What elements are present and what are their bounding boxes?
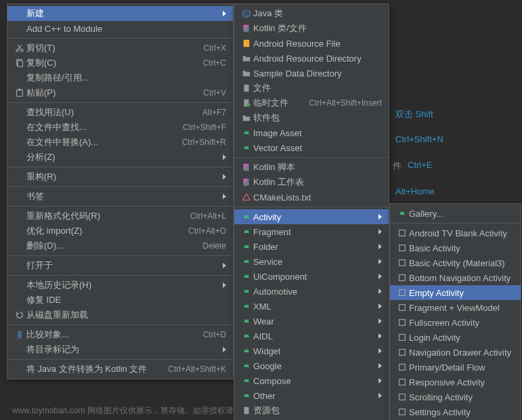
blank-icon [13,107,26,118]
menu3-item[interactable]: Scrolling Activity [390,390,521,404]
activity-icon [395,228,409,238]
menu3-item[interactable]: Basic Activity [390,240,521,255]
menu1-item[interactable]: Add C++ to Module [7,21,233,36]
menu1-item[interactable]: 重新格式化代码(R)Ctrl+Alt+L [7,209,233,224]
menu2-item[interactable]: Compose [234,373,389,388]
menu1-item[interactable]: 删除(D)...Delete [7,238,233,253]
svg-line-16 [248,131,248,132]
menu2-item[interactable]: Kotlin 脚本 [234,160,389,175]
menu2-item[interactable]: Android Resource File [234,36,389,51]
menu2-item[interactable]: Kotlin 工作表 [234,175,389,190]
svg-point-23 [245,216,246,217]
svg-point-12 [246,103,250,106]
menu-item-label: 书签 [26,190,217,203]
submenu-arrow-icon [378,214,382,219]
menu2-item[interactable]: 资源包 [234,403,389,418]
menu2-item[interactable]: Folder [234,239,389,254]
menu1-item[interactable]: 在文件中替换(A)...Ctrl+Shift+R [7,135,233,150]
menu3-item[interactable]: Android TV Blank Activity [390,226,521,240]
menu2-item[interactable]: Image Asset [234,125,389,140]
menu2-item[interactable]: 文件 [234,81,389,96]
menu-item-shortcut: Ctrl+Shift+F [183,123,226,132]
menu1-item[interactable]: 复制(C)Ctrl+C [7,56,233,70]
menu-item-label: Compose [253,376,373,386]
menu1-item[interactable]: 本地历史记录(H) [7,278,233,293]
menu2-item[interactable]: 临时文件Ctrl+Alt+Shift+Insert [234,96,389,110]
menu3-item[interactable]: Bottom Navigation Activity [390,270,521,285]
file-icon [240,83,253,93]
menu2-item[interactable]: Service [234,254,389,269]
menu2-item[interactable]: Vector Asset [234,140,389,155]
menu3-item[interactable]: Navigation Drawer Activity [390,345,521,360]
menu2-item[interactable]: Sample Data Directory [234,66,389,81]
menu3-item[interactable]: Fragment + ViewModel [390,300,521,315]
menu2-item[interactable]: Wear [234,314,389,329]
menu1-item[interactable]: 粘贴(P)Ctrl+V [7,85,233,100]
svg-rect-94 [399,409,406,415]
svg-line-81 [404,211,404,213]
menu2-item[interactable]: CJava 类 [234,6,389,21]
menu1-item[interactable]: 从磁盘重新加载 [7,308,233,322]
menu2-item[interactable]: Widget [234,343,389,358]
menu2-item[interactable]: Google [234,358,389,373]
svg-line-58 [248,334,248,335]
menu-item-label: Bottom Navigation Activity [409,273,514,283]
menu2-item[interactable]: CMakeLists.txt [234,190,389,205]
menu2-item[interactable]: Fragment [234,224,389,239]
menu2-item[interactable]: AIDL [234,329,389,343]
menu3-item[interactable]: Empty Activity [390,285,521,300]
menu-item-label: 从磁盘重新加载 [26,309,226,321]
menu1-item[interactable]: 将目录标记为 [7,342,233,357]
menu1-item[interactable]: 书签 [7,189,233,204]
menu2-item[interactable]: Automotive [234,284,389,299]
blank-icon [13,23,26,34]
kotlin-file-icon [240,23,253,34]
menu-item-label: 重新格式化代码(R) [26,210,182,222]
svg-rect-91 [399,364,406,371]
menu2-item[interactable]: UiComponent [234,269,389,284]
menu2-item[interactable]: Kotlin 类/文件 [234,21,389,36]
menu1-item[interactable]: 修复 IDE [7,293,233,308]
menu1-item[interactable]: 查找用法(U)Alt+F7 [7,105,233,120]
menu-item-shortcut: Ctrl+Alt+Shift+K [168,364,226,374]
menu3-item[interactable]: Fullscreen Activity [390,315,521,330]
menu-item-label: Folder [253,242,373,252]
menu2-item[interactable]: 软件包 [234,110,389,125]
menu1-item[interactable]: 新建 [7,6,233,21]
menu1-item[interactable]: 重构(R) [7,169,233,184]
menu1-item[interactable]: 打开于 [7,258,233,273]
menu2-item[interactable]: Other [234,388,389,403]
menu2-item[interactable]: XML [234,299,389,314]
menu3-item[interactable]: Settings Activity [390,404,521,419]
menu-item-label: 将目录标记为 [26,343,217,356]
svg-point-17 [245,147,246,148]
svg-point-35 [245,261,246,261]
menu-item-label: Login Activity [409,333,514,343]
menu2-item[interactable]: Activity [234,209,389,224]
activity-icon [395,257,409,268]
menu1-item[interactable]: 将 Java 文件转换为 Kotlin 文件Ctrl+Alt+Shift+K [7,362,233,377]
submenu-arrow-icon [378,378,382,383]
svg-line-80 [400,211,401,213]
svg-rect-83 [399,245,406,251]
svg-rect-89 [399,335,406,341]
menu3-item[interactable]: Basic Activity (Material3) [390,255,521,270]
menu1-item[interactable]: 优化 import(Z)Ctrl+Alt+O [7,224,233,238]
svg-line-70 [248,379,248,380]
android-icon [240,375,253,386]
svg-line-37 [244,259,245,261]
menu3-item[interactable]: Primary/Detail Flow [390,360,521,375]
menu3-item[interactable]: Gallery... [390,206,521,221]
menu3-item[interactable]: Responsive Activity [390,375,521,390]
menu1-item[interactable]: 分析(Z) [7,150,233,165]
menu1-item[interactable]: 剪切(T)Ctrl+X [7,41,233,56]
menu1-item[interactable]: 比较对象...Ctrl+D [7,327,233,342]
menu1-item[interactable]: 在文件中查找...Ctrl+Shift+F [7,120,233,135]
android-icon [240,390,253,401]
menu2-item[interactable]: Android Resource Directory [234,51,389,66]
submenu-arrow-icon [378,244,382,249]
menu1-item[interactable]: 复制路径/引用... [7,70,233,85]
menu-item-label: 分析(Z) [26,151,217,163]
svg-rect-75 [244,407,249,415]
menu3-item[interactable]: Login Activity [390,330,521,345]
